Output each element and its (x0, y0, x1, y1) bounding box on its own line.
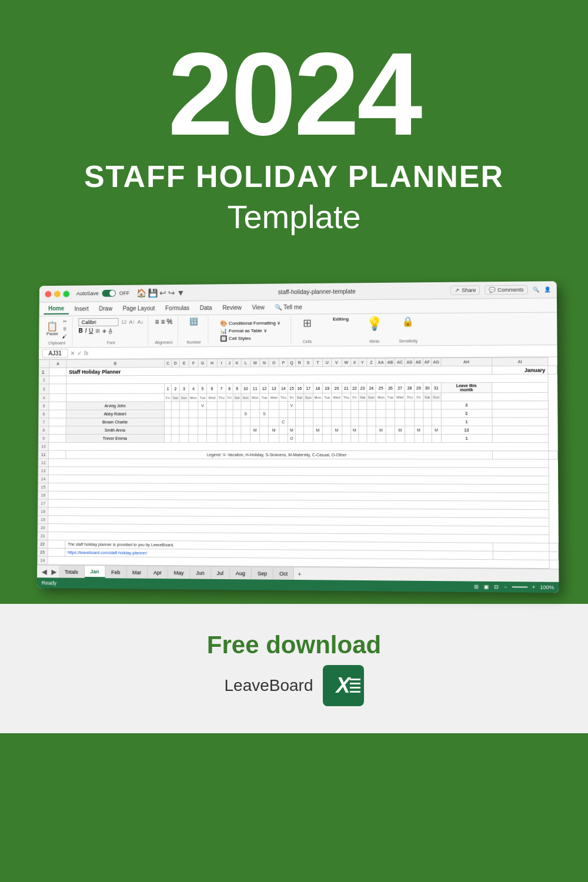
sheet-tab-may[interactable]: May (168, 566, 191, 579)
dn-9: Sat (233, 393, 241, 402)
day-22: 22 (351, 383, 359, 393)
align-left-icon[interactable]: ≡ (155, 318, 159, 326)
font-size-display: 12 (121, 319, 127, 325)
day-25: 25 (376, 383, 386, 393)
r6-s (303, 409, 313, 417)
zoom-in-icon[interactable]: + (532, 584, 536, 590)
r5-m (250, 402, 260, 410)
cell-styles-btn[interactable]: 🔲 Cell Styles (220, 335, 280, 342)
minimize-button[interactable] (54, 290, 61, 297)
borders-button[interactable]: ⊞ (95, 328, 100, 333)
r5-j (226, 402, 233, 410)
row-20-header: 20 (38, 524, 48, 532)
day-10: 10 (241, 383, 250, 393)
zoom-slider[interactable]: ━━━━━ (512, 584, 527, 590)
row-1-a (49, 368, 66, 376)
page-break-icon[interactable]: ⊟ (495, 584, 499, 590)
r7-s (303, 417, 313, 426)
r6-leave-count: 2 (441, 409, 492, 417)
r7-w (342, 417, 350, 426)
sheet-tab-aug[interactable]: Aug (230, 567, 252, 579)
name-brown-charlie: Brown Charlie (66, 418, 164, 426)
dn-10: Sun (241, 393, 250, 402)
percent-icon[interactable]: % (166, 318, 173, 326)
nav-next-sheet[interactable]: ▶ (49, 567, 59, 576)
normal-view-icon[interactable]: ⊞ (475, 584, 479, 590)
cf-icon: 🎨 (220, 320, 227, 326)
r8-x: M (351, 426, 359, 434)
format-as-table-btn[interactable]: 📊 Format as Table ∨ (220, 327, 280, 334)
tab-home[interactable]: Home (44, 303, 69, 315)
paste-button[interactable]: 📋 Paste (45, 321, 60, 337)
cell-reference[interactable]: AJ31 (42, 349, 68, 358)
cell-styles-label: Cell Styles (229, 335, 250, 340)
r7-m (250, 418, 260, 426)
conditional-formatting-btn[interactable]: 🎨 Conditional Formatting ∨ (220, 319, 280, 326)
copy-button[interactable]: ⎘ (61, 326, 69, 332)
tab-page-layout[interactable]: Page Layout (118, 303, 160, 313)
search-icon[interactable]: 🔍 (533, 286, 539, 292)
row-4-a (49, 394, 66, 402)
r6-ab (386, 409, 395, 417)
decrease-font-icon[interactable]: A↓ (138, 319, 143, 325)
conditional-format-area: 🎨 Conditional Formatting ∨ 📊 Format as T… (220, 319, 280, 341)
r9-h (207, 435, 217, 443)
cut-button[interactable]: ✂ (61, 318, 69, 325)
italic-button[interactable]: I (85, 328, 87, 334)
traffic-lights (45, 290, 70, 297)
zoom-out-icon[interactable]: − (504, 584, 507, 590)
r7-leave-count: 1 (441, 417, 492, 426)
sheet-tab-oct[interactable]: Oct (273, 567, 294, 580)
autosave-toggle[interactable] (102, 290, 116, 297)
add-sheet-button[interactable]: + (294, 570, 305, 577)
r7-v (332, 417, 342, 426)
format-painter-button[interactable]: 🖌 (61, 333, 69, 340)
editing-group: Editing (323, 315, 358, 345)
comments-button[interactable]: 💬 Comments (485, 285, 528, 295)
sheet-tab-feb[interactable]: Feb (105, 566, 126, 578)
number-group: 🔢 Number (180, 316, 209, 346)
fill-color-button[interactable]: ◈ (102, 328, 106, 333)
increase-font-icon[interactable]: A↑ (129, 319, 135, 325)
r9-g (198, 435, 207, 443)
sheet-tab-jan[interactable]: Jan (85, 566, 106, 578)
day-1: 1 (165, 383, 172, 393)
tab-tellme[interactable]: 🔍 Tell me (270, 302, 307, 312)
tab-data[interactable]: Data (195, 303, 217, 313)
font-name-input[interactable]: Calibri (79, 318, 119, 326)
ideas-icon[interactable]: 💡 (366, 316, 382, 332)
maximize-button[interactable] (64, 290, 70, 297)
align-center-icon[interactable]: ≡ (161, 318, 165, 326)
sheet-tab-jun[interactable]: Jun (190, 566, 211, 579)
credit-link-text[interactable]: https://leaveboard.com/staff-holiday-pla… (68, 550, 147, 555)
day-28: 28 (405, 383, 415, 393)
page-layout-icon[interactable]: ▣ (484, 584, 489, 590)
r8-r (295, 426, 303, 434)
tab-view[interactable]: View (248, 302, 269, 312)
share-button[interactable]: ↗ Share (451, 285, 480, 295)
font-color-button[interactable]: A̲ (108, 328, 112, 333)
r6-r (295, 410, 303, 418)
r7-end (492, 417, 549, 426)
tab-insert[interactable]: Insert (70, 304, 93, 314)
bold-button[interactable]: B (79, 328, 83, 334)
sheet-tab-mar[interactable]: Mar (126, 566, 148, 579)
nav-prev-sheet[interactable]: ◀ (39, 567, 49, 576)
sheet-tab-apr[interactable]: Apr (148, 566, 168, 579)
tab-review[interactable]: Review (218, 303, 246, 313)
close-button[interactable] (45, 290, 52, 297)
row-23-a (48, 548, 65, 556)
sheet-tab-sep[interactable]: Sep (252, 567, 273, 579)
sheet-tab-totals[interactable]: Totals (59, 566, 85, 578)
sheet-tab-jul[interactable]: Jul (211, 567, 230, 579)
row-10-content (49, 442, 549, 451)
r8-s (303, 426, 313, 434)
underline-button[interactable]: U (89, 328, 93, 334)
tab-draw[interactable]: Draw (94, 303, 116, 313)
formula-input[interactable] (91, 348, 553, 356)
number-format-icon[interactable]: 🔢 (189, 318, 198, 326)
row-4-ah (441, 393, 492, 401)
r8-n (260, 426, 269, 435)
excel-line-3 (350, 687, 360, 689)
tab-formulas[interactable]: Formulas (161, 303, 194, 313)
